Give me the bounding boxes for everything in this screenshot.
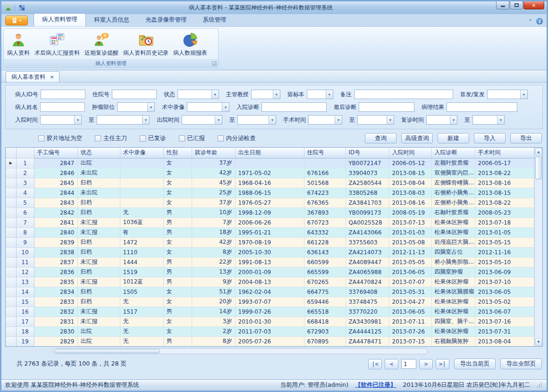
table-row[interactable]: 122836归档1519男13岁2000-01-09665599ZA406598… <box>6 267 534 277</box>
row-number-header <box>16 148 34 158</box>
filter-select[interactable]: ▾ <box>357 115 394 125</box>
collapse-ribbon-icon[interactable]: ⌃ <box>528 18 532 25</box>
select-arrow-icon: ▾ <box>450 116 457 124</box>
maximize-button[interactable] <box>510 1 523 9</box>
grid-cell: 无 <box>120 317 163 326</box>
table-row[interactable]: 132835未汇报1012蓝男9岁2004-08-13670265ZA44708… <box>6 277 534 287</box>
column-header[interactable]: 入院诊断 <box>431 148 475 158</box>
column-header[interactable]: 入院时间 <box>389 148 431 158</box>
filter-select[interactable]: ▾ <box>251 90 280 99</box>
scroll-thumb[interactable] <box>535 157 542 179</box>
ribbon-button[interactable]: 病人数据报表 <box>171 31 210 58</box>
filter-select[interactable]: ▾ <box>187 102 229 112</box>
export-button[interactable]: 导出 <box>510 133 542 143</box>
table-row[interactable]: 82840未汇报有男18岁1995-01-21643332ZA414306620… <box>6 227 534 237</box>
ribbon-tab-2[interactable]: 科室人员信息 <box>86 14 137 26</box>
scroll-down-icon[interactable]: ▼ <box>535 338 542 346</box>
filter-input[interactable] <box>359 102 414 112</box>
create-button[interactable]: 新建 <box>438 133 469 143</box>
table-row[interactable]: 182830出院无女2岁2011-07-03672903ZA4444125201… <box>6 326 534 336</box>
table-row[interactable]: 22846未出院女42岁1971-05-02676166339040732013… <box>6 168 534 178</box>
filter-input[interactable] <box>41 90 85 99</box>
filter-select[interactable]: ▾ <box>487 90 528 99</box>
table-row[interactable]: 62842归档无男10岁1998-12-09367893YB0099173200… <box>6 208 534 217</box>
app-menu-button[interactable]: ▾ <box>5 16 28 25</box>
column-header[interactable]: 住院号 <box>304 148 346 158</box>
filter-checkbox[interactable]: 胶片地址为空 <box>38 134 82 142</box>
filter-checkbox[interactable]: 内分泌检查 <box>218 134 256 142</box>
column-header[interactable]: 手术时间 <box>475 148 534 158</box>
filter-checkbox[interactable]: 主任主刀 <box>95 134 127 142</box>
next-page-button[interactable]: > <box>419 359 433 369</box>
help-info-icon[interactable]: i <box>536 18 543 25</box>
grid-cell: 未汇报 <box>77 257 120 267</box>
ribbon-tab-3[interactable]: 光盘录像带管理 <box>137 14 195 26</box>
group-expander-icon[interactable] <box>212 61 217 66</box>
grid-cell: 7岁 <box>192 217 235 227</box>
column-header[interactable]: 性别 <box>163 148 192 158</box>
advanced-query-button[interactable]: 高级查询 <box>401 133 433 143</box>
column-header[interactable]: 术中录像 <box>120 148 163 158</box>
page-input[interactable] <box>401 359 416 369</box>
last-page-button[interactable]: >| <box>436 359 449 369</box>
horizontal-scrollbar[interactable] <box>52 348 428 354</box>
ribbon-button[interactable]: 病人资料 <box>5 31 32 58</box>
ribbon-tab-4[interactable]: 系统管理 <box>195 14 235 26</box>
table-row[interactable]: 72841未汇报1036蓝男7岁2006-06-26670723QA002552… <box>6 217 534 227</box>
ribbon-button[interactable]: 术后病人汇报资料 <box>32 31 82 58</box>
filter-select[interactable]: ▾ <box>308 115 342 125</box>
close-button[interactable]: ✕ <box>523 1 544 9</box>
filter-select[interactable]: ▾ <box>177 90 219 99</box>
table-row[interactable]: 32845归档女45岁1968-04-16501568ZA25805442013… <box>6 178 534 188</box>
filter-input[interactable] <box>112 90 157 99</box>
table-row[interactable]: 42844未出院女25岁1988-06-15674223338052682013… <box>6 188 534 198</box>
filter-input[interactable] <box>261 102 327 112</box>
filter-checkbox[interactable]: 已复诊 <box>140 134 166 142</box>
table-row[interactable]: 162832未汇报1517男14岁1999-07-266655183377022… <box>6 307 534 317</box>
filter-checkbox[interactable]: 已汇报 <box>179 134 205 142</box>
column-header[interactable]: 手工编号 <box>34 148 77 158</box>
query-button[interactable]: 查询 <box>365 133 396 143</box>
table-row[interactable]: 172831未汇报无女3岁2010-01-30668418ZA343098120… <box>6 317 534 326</box>
table-row[interactable]: 192829出院无男8岁2005-07-26670895ZA4478471201… <box>6 336 534 346</box>
horizontal-scroll-thumb[interactable] <box>54 349 160 353</box>
table-row[interactable]: 152833归档无女20岁1993-07-0765944633748475201… <box>6 297 534 307</box>
scroll-up-icon[interactable]: ▲ <box>535 148 542 156</box>
ribbon-button[interactable]: 近期复诊提醒 <box>82 31 121 58</box>
filter-select[interactable]: ▾ <box>182 115 222 125</box>
first-page-button[interactable]: |< <box>368 359 382 369</box>
filter-input[interactable] <box>40 102 85 112</box>
ribbon-tab-1[interactable]: 病人资料管理 <box>34 13 86 26</box>
import-button[interactable]: 导入 <box>474 133 506 143</box>
resize-grip[interactable] <box>537 382 543 388</box>
filter-select[interactable]: ▾ <box>237 115 276 125</box>
table-row[interactable]: ▶12847出院女37岁YB00721472006-05-12左额叶胶质瘤200… <box>6 158 534 168</box>
filter-input[interactable] <box>447 102 517 112</box>
export-all-pages-button[interactable]: 导出全部页 <box>500 359 542 369</box>
vertical-scrollbar[interactable]: ▲ ▼ <box>534 148 542 346</box>
filter-select[interactable]: ▾ <box>117 102 155 112</box>
table-row[interactable]: 112837未汇报1444男22岁1991-08-13660599ZA40894… <box>6 257 534 267</box>
filter-input[interactable] <box>354 90 453 99</box>
window-layout-icon[interactable] <box>17 4 26 12</box>
document-tab[interactable]: 病人基本资料 ✕ <box>6 71 59 82</box>
filter-select[interactable]: ▾ <box>307 90 333 99</box>
column-header[interactable]: ID号 <box>346 148 389 158</box>
table-row[interactable]: 102838归档1110女8岁2005-10-30636143ZA4214073… <box>6 247 534 257</box>
table-row[interactable]: 142834归档1505女51岁1962-02-0466477533769408… <box>6 287 534 297</box>
filter-select[interactable]: ▾ <box>426 115 457 125</box>
prev-page-button[interactable]: < <box>385 359 398 369</box>
column-header[interactable]: 出生日期 <box>235 148 304 158</box>
filter-select[interactable]: ▾ <box>97 115 150 125</box>
filter-select[interactable]: ▾ <box>40 115 82 125</box>
tab-close-icon[interactable]: ✕ <box>50 75 54 80</box>
ribbon-button[interactable]: 病人资料历史记录 <box>121 31 171 58</box>
export-current-page-button[interactable]: 导出当前页 <box>454 359 496 369</box>
minimize-button[interactable] <box>496 1 509 9</box>
filter-select[interactable]: ▾ <box>472 115 505 125</box>
license-status-link[interactable]: 【软件已注册】 <box>355 381 396 389</box>
column-header[interactable]: 就诊年龄 <box>192 148 235 158</box>
table-row[interactable]: 92839归档1472女42岁1970-08-19661228337556032… <box>6 237 534 247</box>
table-row[interactable]: 52843归档女37岁1976-05-27676365ZA38417032013… <box>6 198 534 208</box>
column-header[interactable]: 状态 <box>77 148 120 158</box>
